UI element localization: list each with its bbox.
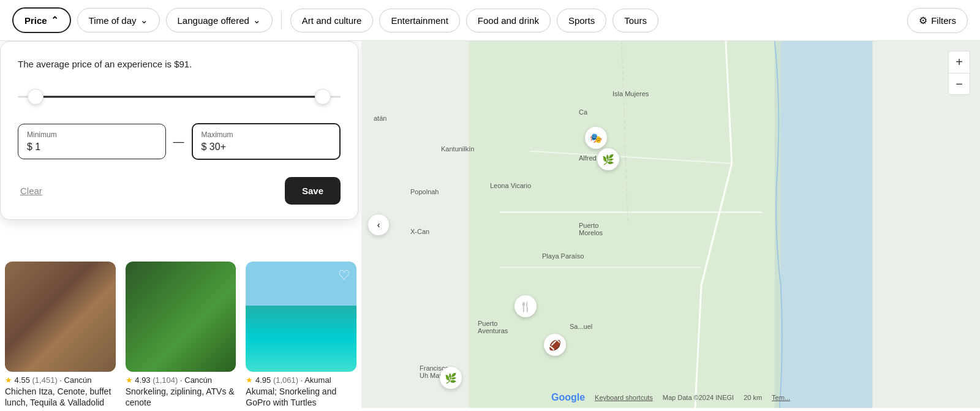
clear-button[interactable]: Clear	[18, 181, 45, 201]
nav-separator	[281, 11, 282, 29]
language-filter-button[interactable]: Language offered ⌄	[166, 8, 273, 32]
svg-line-8	[622, 41, 628, 225]
min-label: Minimum	[27, 130, 157, 139]
max-label: Maximum	[202, 130, 331, 139]
card-image-2	[126, 262, 236, 372]
language-label: Language offered	[178, 15, 249, 26]
map-label-playa-paraiso: Playa Paraíso	[542, 252, 584, 260]
star-icon: ★	[246, 375, 253, 385]
map-label-isla-mujeres: Isla Mujeres	[612, 90, 649, 97]
svg-rect-0	[775, 41, 873, 408]
map-label-samuel: Sa...uel	[570, 323, 592, 330]
left-panel: The average price of an experience is $9…	[0, 41, 361, 408]
card-rating-2: ★ 4.93 (1,104) · Cancún	[126, 375, 236, 385]
time-of-day-label: Time of day	[89, 15, 137, 26]
top-bar: Price ⌃ Time of day ⌄ Language offered ⌄…	[0, 0, 980, 41]
time-of-day-filter-button[interactable]: Time of day ⌄	[77, 8, 160, 32]
price-label: Price	[24, 15, 47, 26]
card-title-2: Snorkeling, ziplining, ATVs & cenote	[126, 386, 236, 408]
map-marker-leaf[interactable]: 🌿	[440, 367, 462, 389]
save-button[interactable]: Save	[285, 177, 341, 205]
map-panel: atán Kantunilkín Popolnah Leona Vicario …	[361, 41, 980, 408]
max-price-input[interactable]: Maximum $ 30+	[192, 123, 341, 160]
food-drink-filter-button[interactable]: Food and drink	[466, 9, 551, 32]
map-data-text: Map Data ©2024 INEGI	[663, 394, 734, 401]
chevron-down-icon: ⌄	[140, 15, 148, 26]
star-icon: ★	[5, 375, 12, 385]
dropdown-actions: Clear Save	[18, 177, 341, 205]
map-marker-food[interactable]: 🍴	[514, 295, 537, 317]
card-title-3: Akumal; Snorkeling and GoPro with Turtle…	[246, 386, 356, 408]
listing-card-1[interactable]: ★ 4.55 (1,451) · Cancún Chichen Itza, Ce…	[0, 262, 121, 408]
map-label-puerto-aventuras: PuertoAventuras	[478, 320, 508, 334]
chevron-left-icon: ‹	[377, 220, 380, 230]
map-label-puerto-morelos: PuertoMorelos	[579, 222, 603, 236]
map-label-ca: Ca	[579, 108, 587, 116]
card-title-1: Chichen Itza, Cenote, buffet lunch, Tequ…	[5, 386, 116, 408]
card-rating-3: ★ 4.95 (1,061) · Akumal	[246, 375, 356, 385]
map-svg	[361, 41, 980, 408]
scale-text: 20 km	[744, 394, 762, 401]
map-marker-nature[interactable]: 🌿	[597, 148, 619, 170]
zoom-in-button[interactable]: +	[948, 51, 970, 73]
svg-line-4	[695, 285, 701, 408]
price-range-slider[interactable]	[18, 88, 341, 106]
zoom-out-button[interactable]: −	[948, 73, 970, 95]
slider-fill	[37, 96, 322, 98]
svg-line-3	[701, 164, 732, 286]
art-culture-filter-button[interactable]: Art and culture	[290, 9, 374, 32]
filters-label: Filters	[931, 15, 956, 26]
max-value: $ 30+	[202, 141, 226, 152]
slider-thumb-min[interactable]	[28, 89, 43, 105]
svg-line-6	[530, 151, 731, 164]
tours-label: Tours	[624, 15, 647, 26]
art-culture-label: Art and culture	[302, 15, 362, 26]
keyboard-shortcuts[interactable]: Keyboard shortcuts	[595, 394, 653, 401]
svg-line-2	[726, 41, 732, 164]
chevron-up-icon: ⌃	[51, 15, 59, 26]
main-content: The average price of an experience is $9…	[0, 41, 980, 408]
map-zoom-controls: + −	[948, 51, 970, 95]
price-inputs: Minimum $ 1 — Maximum $ 30+	[18, 123, 341, 160]
min-price-input[interactable]: Minimum $ 1	[18, 124, 166, 159]
map-marker-sports[interactable]: 🏈	[544, 334, 566, 356]
map-label-leona: Leona Vicario	[490, 182, 531, 189]
map-background: atán Kantunilkín Popolnah Leona Vicario …	[361, 41, 980, 408]
sports-filter-button[interactable]: Sports	[557, 9, 606, 32]
slider-thumb-max[interactable]	[315, 89, 331, 105]
star-icon: ★	[126, 375, 133, 385]
all-filters-button[interactable]: ⚙ Filters	[907, 8, 968, 33]
price-filter-button[interactable]: Price ⌃	[12, 7, 71, 33]
map-label-popolnah: Popolnah	[410, 188, 439, 195]
map-label-xcan: X-Can	[410, 228, 429, 235]
avg-price-text: The average price of an experience is $9…	[18, 59, 341, 69]
card-image-3: ♡	[246, 262, 356, 372]
map-marker-theater[interactable]: 🎭	[585, 127, 607, 149]
terms-text[interactable]: Tem...	[772, 394, 790, 401]
min-value: $ 1	[27, 141, 40, 152]
food-drink-label: Food and drink	[478, 15, 539, 26]
card-rating-1: ★ 4.55 (1,451) · Cancún	[5, 375, 116, 385]
map-label-kantunilkin: Kantunilkín	[441, 145, 474, 153]
tours-filter-button[interactable]: Tours	[612, 9, 658, 32]
chevron-down-icon: ⌄	[253, 15, 261, 26]
card-image-1	[5, 262, 116, 372]
sports-label: Sports	[568, 15, 595, 26]
entertainment-filter-button[interactable]: Entertainment	[379, 9, 459, 32]
map-collapse-button[interactable]: ‹	[368, 214, 390, 236]
price-dash: —	[173, 135, 184, 148]
listing-card-3[interactable]: ♡ ★ 4.95 (1,061) · Akumal Akumal; Snorke…	[241, 262, 361, 408]
cards-row: ★ 4.55 (1,451) · Cancún Chichen Itza, Ce…	[0, 262, 361, 408]
price-dropdown: The average price of an experience is $9…	[0, 41, 358, 220]
entertainment-label: Entertainment	[391, 15, 448, 26]
filters-icon: ⚙	[919, 15, 927, 26]
map-attribution: Google Keyboard shortcuts Map Data ©2024…	[551, 392, 790, 403]
listing-card-2[interactable]: ★ 4.93 (1,104) · Cancún Snorkeling, zipl…	[121, 262, 241, 408]
map-label-yucatan: atán	[374, 115, 386, 122]
google-logo: Google	[551, 392, 585, 403]
wishlist-button-3[interactable]: ♡	[338, 268, 350, 284]
